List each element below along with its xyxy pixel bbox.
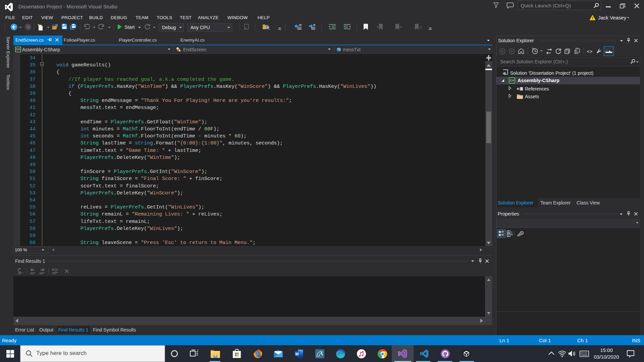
svg-text:W: W <box>296 352 299 356</box>
